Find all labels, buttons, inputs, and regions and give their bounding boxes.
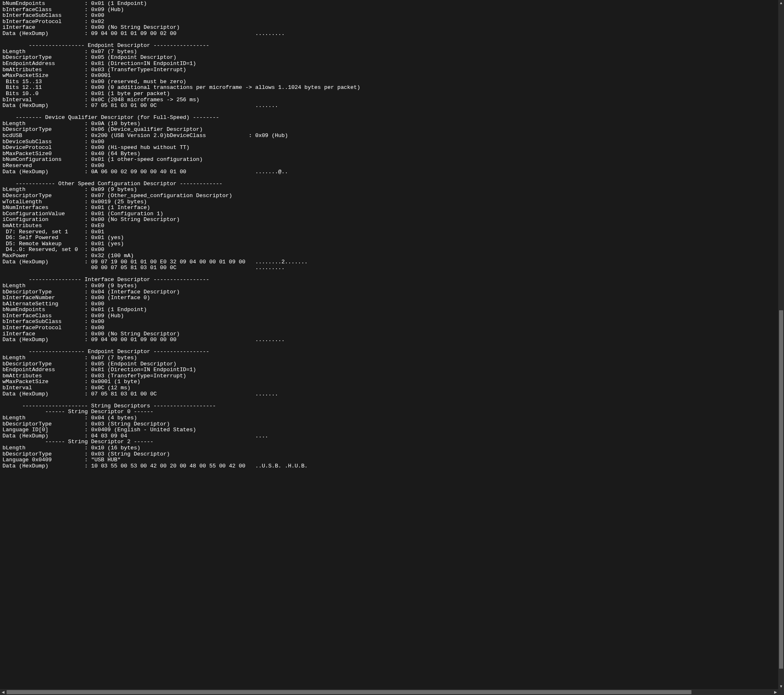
vertical-scrollbar-thumb[interactable]	[779, 310, 783, 669]
horizontal-scrollbar-track[interactable]: ◀ ▶	[0, 689, 778, 695]
vertical-scrollbar-track[interactable]: ▲ ▼	[778, 0, 784, 689]
scroll-left-icon[interactable]: ◀	[0, 689, 6, 695]
terminal-window: bNumEndpoints : 0x01 (1 Endpoint) bInter…	[0, 0, 784, 695]
terminal-output[interactable]: bNumEndpoints : 0x01 (1 Endpoint) bInter…	[0, 0, 778, 689]
scrollbar-corner	[778, 689, 784, 695]
scroll-down-icon[interactable]: ▼	[778, 683, 784, 689]
scroll-up-icon[interactable]: ▲	[778, 0, 784, 6]
horizontal-scrollbar-thumb[interactable]	[7, 690, 691, 694]
scroll-right-icon[interactable]: ▶	[772, 689, 778, 695]
